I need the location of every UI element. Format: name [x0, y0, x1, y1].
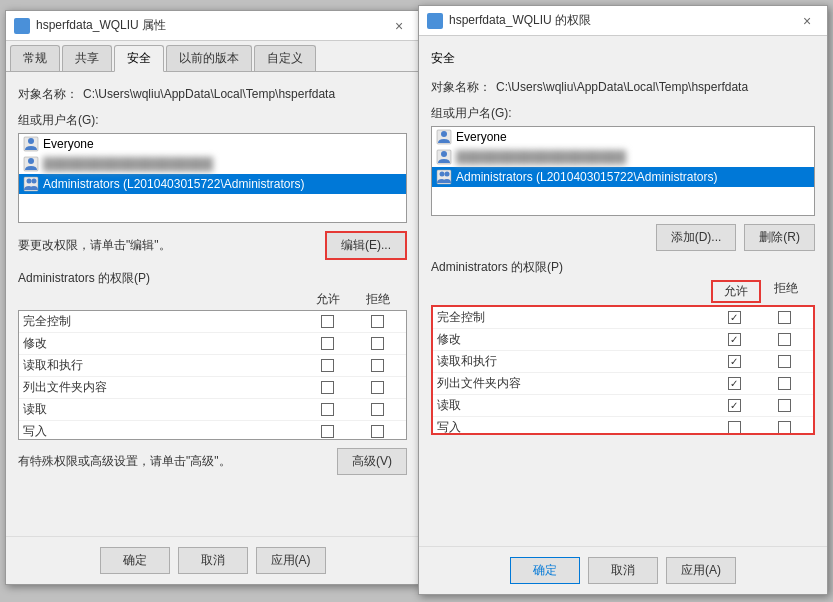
deny-checkbox-modify-right[interactable] — [778, 333, 791, 346]
deny-checkbox-write-left[interactable] — [371, 425, 384, 438]
right-user-blurred[interactable]: ████████████████████ — [432, 147, 814, 167]
deny-checkbox-list-left[interactable] — [371, 381, 384, 394]
perm-name-modify-right: 修改 — [437, 331, 709, 348]
perm-allow-modify-left — [302, 337, 352, 350]
allow-checkbox-write-right[interactable] — [728, 421, 741, 434]
right-close-button[interactable]: × — [795, 9, 819, 33]
perm-name-read-right: 读取 — [437, 397, 709, 414]
tab-customize[interactable]: 自定义 — [254, 45, 316, 71]
allow-checkbox-full-left[interactable] — [321, 315, 334, 328]
right-user-blurred-text: ████████████████████ — [456, 150, 626, 164]
user-icon-blurred — [23, 156, 39, 172]
user-icon-everyone — [23, 136, 39, 152]
perm-name-list-left: 列出文件夹内容 — [23, 379, 302, 396]
allow-checkbox-list-right[interactable] — [728, 377, 741, 390]
left-title-icon — [14, 18, 30, 34]
svg-point-12 — [440, 172, 445, 177]
left-apply-button[interactable]: 应用(A) — [256, 547, 326, 574]
left-user-administrators[interactable]: Administrators (L2010403015722\Administr… — [19, 174, 406, 194]
deny-checkbox-write-right[interactable] — [778, 421, 791, 434]
perm-row-read-left: 读取 — [19, 399, 406, 421]
deny-checkbox-list-right[interactable] — [778, 377, 791, 390]
left-user-everyone[interactable]: Everyone — [19, 134, 406, 154]
perm-allow-read-left — [302, 403, 352, 416]
left-titlebar: hsperfdata_WQLIU 属性 × — [6, 11, 419, 41]
svg-point-5 — [27, 179, 32, 184]
deny-checkbox-read-right[interactable] — [778, 399, 791, 412]
user-icon-blurred-right — [436, 149, 452, 165]
right-cancel-button[interactable]: 取消 — [588, 557, 658, 584]
perm-name-list-right: 列出文件夹内容 — [437, 375, 709, 392]
left-ok-button[interactable]: 确定 — [100, 547, 170, 574]
allow-checkbox-modify-right[interactable] — [728, 333, 741, 346]
perm-name-write-right: 写入 — [437, 419, 709, 435]
right-security-label: 安全 — [431, 46, 815, 71]
tab-general[interactable]: 常规 — [10, 45, 60, 71]
left-edit-button[interactable]: 编辑(E)... — [325, 231, 407, 260]
perm-name-full-left: 完全控制 — [23, 313, 302, 330]
deny-checkbox-exec-right[interactable] — [778, 355, 791, 368]
left-cancel-button[interactable]: 取消 — [178, 547, 248, 574]
perm-row-list-left: 列出文件夹内容 — [19, 377, 406, 399]
left-close-button[interactable]: × — [387, 14, 411, 38]
right-permissions-box: 完全控制 修改 读取和执行 列出文件夹内容 读取 — [431, 305, 815, 435]
left-special-note: 有特殊权限或高级设置，请单击"高级"。 — [18, 453, 337, 470]
admin-icon-left — [23, 176, 39, 192]
allow-checkbox-read-right[interactable] — [728, 399, 741, 412]
deny-checkbox-read-left[interactable] — [371, 403, 384, 416]
tab-security[interactable]: 安全 — [114, 45, 164, 72]
left-perm-allow-header: 允许 — [303, 291, 353, 308]
left-perm-header: 允许 拒绝 — [18, 291, 407, 308]
perm-allow-modify-right — [709, 333, 759, 346]
right-add-button[interactable]: 添加(D)... — [656, 224, 737, 251]
svg-point-6 — [32, 179, 37, 184]
right-user-administrators[interactable]: Administrators (L2010403015722\Administr… — [432, 167, 814, 187]
left-object-label: 对象名称： — [18, 84, 83, 104]
allow-checkbox-write-left[interactable] — [321, 425, 334, 438]
allow-checkbox-modify-left[interactable] — [321, 337, 334, 350]
right-perm-deny-header: 拒绝 — [761, 280, 811, 303]
left-perm-name-header — [22, 291, 303, 308]
left-user-blurred[interactable]: ████████████████████ — [19, 154, 406, 174]
svg-point-3 — [28, 158, 34, 164]
perm-name-exec-left: 读取和执行 — [23, 357, 302, 374]
perm-deny-exec-right — [759, 355, 809, 368]
right-perm-allow-header: 允许 — [711, 280, 761, 303]
perm-row-write-right: 写入 — [433, 417, 813, 435]
right-user-everyone[interactable]: Everyone — [432, 127, 814, 147]
right-remove-button[interactable]: 删除(R) — [744, 224, 815, 251]
deny-checkbox-exec-left[interactable] — [371, 359, 384, 372]
allow-checkbox-exec-left[interactable] — [321, 359, 334, 372]
left-advanced-button[interactable]: 高级(V) — [337, 448, 407, 475]
perm-row-write-left: 写入 — [19, 421, 406, 440]
left-user-list[interactable]: Everyone ████████████████████ Administra… — [18, 133, 407, 223]
allow-checkbox-list-left[interactable] — [321, 381, 334, 394]
right-title-text: hsperfdata_WQLIU 的权限 — [449, 12, 795, 29]
deny-checkbox-full-right[interactable] — [778, 311, 791, 324]
allow-checkbox-full-right[interactable] — [728, 311, 741, 324]
admin-icon-right — [436, 169, 452, 185]
perm-deny-list-right — [759, 377, 809, 390]
tab-share[interactable]: 共享 — [62, 45, 112, 71]
perm-deny-full-left — [352, 315, 402, 328]
tab-previous[interactable]: 以前的版本 — [166, 45, 252, 71]
deny-checkbox-modify-left[interactable] — [371, 337, 384, 350]
allow-checkbox-exec-right[interactable] — [728, 355, 741, 368]
right-everyone-text: Everyone — [456, 130, 507, 144]
perm-allow-list-left — [302, 381, 352, 394]
right-security-text: 安全 — [431, 51, 455, 65]
deny-checkbox-full-left[interactable] — [371, 315, 384, 328]
right-admin-text: Administrators (L2010403015722\Administr… — [456, 170, 717, 184]
perm-allow-full-right — [709, 311, 759, 324]
perm-row-modify-right: 修改 — [433, 329, 813, 351]
right-apply-button[interactable]: 应用(A) — [666, 557, 736, 584]
right-object-path: C:\Users\wqliu\AppData\Local\Temp\hsperf… — [496, 77, 815, 97]
perm-deny-exec-left — [352, 359, 402, 372]
right-ok-button[interactable]: 确定 — [510, 557, 580, 584]
left-object-row: 对象名称： C:\Users\wqliu\AppData\Local\Temp\… — [18, 84, 407, 104]
allow-checkbox-read-left[interactable] — [321, 403, 334, 416]
left-everyone-text: Everyone — [43, 137, 94, 151]
right-title-icon — [427, 13, 443, 29]
right-user-list[interactable]: Everyone ████████████████████ Administra… — [431, 126, 815, 216]
perm-allow-full-left — [302, 315, 352, 328]
